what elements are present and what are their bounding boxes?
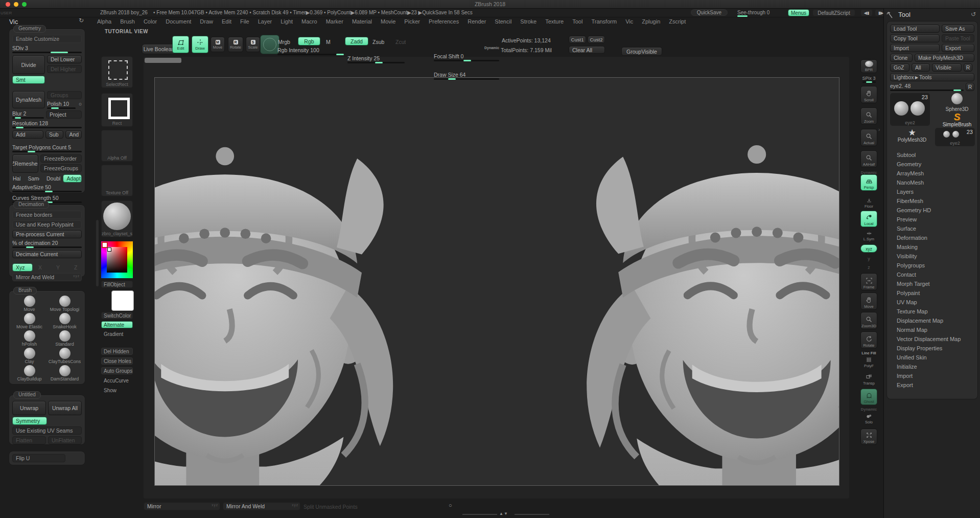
- brush-item[interactable]: Standard: [48, 330, 82, 347]
- menus-toggle[interactable]: Menus: [788, 9, 809, 16]
- menu-item[interactable]: Vic: [625, 18, 633, 26]
- active-tool-thumb[interactable]: 23 eye2: [890, 93, 930, 126]
- live-boolean-toggle[interactable]: Live Boolean: [142, 44, 176, 54]
- uv-section-title[interactable]: Untitled: [13, 391, 41, 399]
- frame-button[interactable]: Frame: [860, 273, 877, 290]
- divide-button[interactable]: Divide: [12, 55, 45, 74]
- brush-item[interactable]: ClayBuildup: [12, 365, 46, 381]
- brush-item[interactable]: Clay: [12, 348, 46, 364]
- mirror-and-weld-button[interactable]: Mirror And Weld xyz: [12, 273, 82, 281]
- import-button[interactable]: Import: [890, 44, 940, 52]
- subpalette-item[interactable]: Export: [890, 380, 974, 390]
- menu-item[interactable]: Movie: [381, 18, 395, 26]
- unwrap-button[interactable]: Unwrap: [12, 401, 46, 415]
- export-button[interactable]: Export: [942, 44, 974, 52]
- del-higher-button[interactable]: Del Higher: [47, 65, 82, 73]
- half-button[interactable]: Half: [12, 174, 21, 183]
- subpalette-item[interactable]: Deformation: [890, 233, 974, 242]
- menu-item[interactable]: Zplugin: [642, 18, 660, 26]
- lsym-toggle[interactable]: L.Sym: [860, 229, 877, 242]
- zremesher-button[interactable]: ZRemesher: [12, 154, 38, 173]
- draw-size-slider[interactable]: Draw Size 64: [434, 72, 499, 80]
- zadd-toggle[interactable]: Zadd: [345, 37, 368, 46]
- default-zscript-button[interactable]: DefaultZScript: [812, 9, 855, 16]
- actual-button[interactable]: Actual: [860, 129, 877, 146]
- split-unmasked-points-button[interactable]: Split Unmasked Points: [304, 504, 358, 510]
- mrgb-toggle[interactable]: Mrgb: [277, 38, 291, 46]
- brush-section-title[interactable]: Brush: [13, 287, 37, 295]
- accucurve-button[interactable]: AccuCurve: [101, 377, 133, 384]
- brush-item[interactable]: SnakeHook: [48, 313, 82, 329]
- texture-picker[interactable]: Texture Off: [101, 165, 133, 196]
- local-toggle[interactable]: Local: [860, 211, 877, 227]
- flip-u-button[interactable]: Flip U: [12, 454, 65, 462]
- keep-polypaint-toggle[interactable]: Use and Keep Polypaint: [12, 220, 82, 229]
- subpalette-item[interactable]: Geometry HD: [890, 206, 974, 215]
- del-hidden-button[interactable]: Del Hidden: [101, 348, 133, 355]
- menu-item[interactable]: Document: [166, 18, 191, 26]
- subpalette-item[interactable]: FiberMesh: [890, 196, 974, 206]
- menu-item[interactable]: Alpha: [97, 18, 111, 26]
- polish-ring-toggle[interactable]: ○: [449, 502, 452, 508]
- menu-item[interactable]: Material: [352, 18, 372, 26]
- stroke-picker[interactable]: SelectRect: [101, 56, 133, 88]
- z-toggle[interactable]: Z: [62, 263, 78, 272]
- xpose-button[interactable]: Xpose: [860, 429, 877, 445]
- move-mode-button[interactable]: M Move: [211, 37, 225, 52]
- group-visible-button[interactable]: GroupVisible: [621, 47, 662, 56]
- flatten-button[interactable]: Flatten: [12, 436, 46, 444]
- y-toggle[interactable]: Y: [44, 263, 60, 272]
- see-through-knob[interactable]: [737, 15, 748, 17]
- mirror-and-weld-button[interactable]: Mirror And Weld xyz: [223, 502, 300, 510]
- goz-visible-button[interactable]: Visible: [932, 63, 962, 72]
- subpalette-item[interactable]: Surface: [890, 224, 974, 233]
- goz-button[interactable]: GoZ: [890, 63, 909, 72]
- lightbox-tools-button[interactable]: Lightbox►Tools: [890, 73, 974, 81]
- spix-slider[interactable]: SPix 3: [857, 76, 880, 81]
- draw-mode-button[interactable]: Draw: [192, 36, 208, 53]
- prev-doc-button[interactable]: ◀▮: [860, 9, 873, 16]
- switch-color-button[interactable]: SwitchColor: [101, 312, 133, 319]
- dynamic-label[interactable]: Dynamic: [484, 46, 499, 50]
- bpr-button[interactable]: BPR: [860, 59, 877, 73]
- refresh-icon[interactable]: ↻: [79, 17, 84, 24]
- subpalette-item[interactable]: Vector Displacement Map: [890, 334, 974, 344]
- menu-item[interactable]: Stencil: [495, 18, 511, 26]
- transp-toggle[interactable]: Transp: [860, 371, 877, 387]
- aahalf-button[interactable]: AAHalf: [860, 150, 877, 168]
- load-tool-button[interactable]: Load Tool: [890, 25, 940, 33]
- persp-toggle[interactable]: Persp: [860, 174, 877, 191]
- menu-item[interactable]: Preferences: [429, 18, 459, 26]
- sdiv-slider[interactable]: SDiv 3: [12, 45, 82, 53]
- decimate-current-button[interactable]: Decimate Current: [12, 250, 82, 258]
- rotate-mode-button[interactable]: R Rotate: [228, 37, 243, 52]
- menu-item[interactable]: Zscript: [669, 18, 686, 26]
- subpalette-item[interactable]: Display Properties: [890, 344, 974, 353]
- subpalette-item[interactable]: Texture Map: [890, 307, 974, 316]
- cust2-button[interactable]: Cust2: [588, 36, 605, 43]
- solo-toggle[interactable]: Solo: [860, 411, 877, 425]
- tool-r-button[interactable]: R: [966, 83, 974, 91]
- symmetry-toggle[interactable]: Symmetry: [12, 417, 47, 425]
- tray-resize-handle[interactable]: ▲▼: [499, 511, 508, 516]
- resolution-slider[interactable]: Resolution 128: [12, 120, 82, 128]
- and-button[interactable]: And: [65, 130, 82, 139]
- subpalette-item[interactable]: Polypaint: [890, 288, 974, 298]
- alpha-picker[interactable]: Alpha Off: [101, 130, 133, 162]
- del-lower-button[interactable]: Del Lower: [47, 55, 82, 63]
- use-existing-uv-seams-toggle[interactable]: Use Existing UV Seams: [12, 426, 82, 435]
- rotate-xyz-toggle[interactable]: xyz: [860, 244, 877, 253]
- brush-item[interactable]: Move Topologi: [48, 296, 82, 312]
- pick-arrow-icon[interactable]: [886, 11, 893, 19]
- unwrap-all-button[interactable]: Unwrap All: [48, 401, 82, 415]
- zoom-button[interactable]: Zoom: [860, 107, 877, 125]
- menu-item[interactable]: Layer: [258, 18, 272, 26]
- dynamesh-button[interactable]: DynaMesh: [12, 91, 45, 108]
- quicksave-button[interactable]: QuickSave: [691, 9, 728, 16]
- scale-mode-button[interactable]: S Scale: [246, 37, 260, 52]
- enable-customize-button[interactable]: Enable Customize: [12, 35, 82, 43]
- zcut-toggle[interactable]: Zcut: [395, 38, 406, 46]
- subpalette-item[interactable]: UV Map: [890, 298, 974, 307]
- recent-tool-thumb[interactable]: 23 eye2: [935, 128, 975, 146]
- subpalette-item[interactable]: NanoMesh: [890, 178, 974, 187]
